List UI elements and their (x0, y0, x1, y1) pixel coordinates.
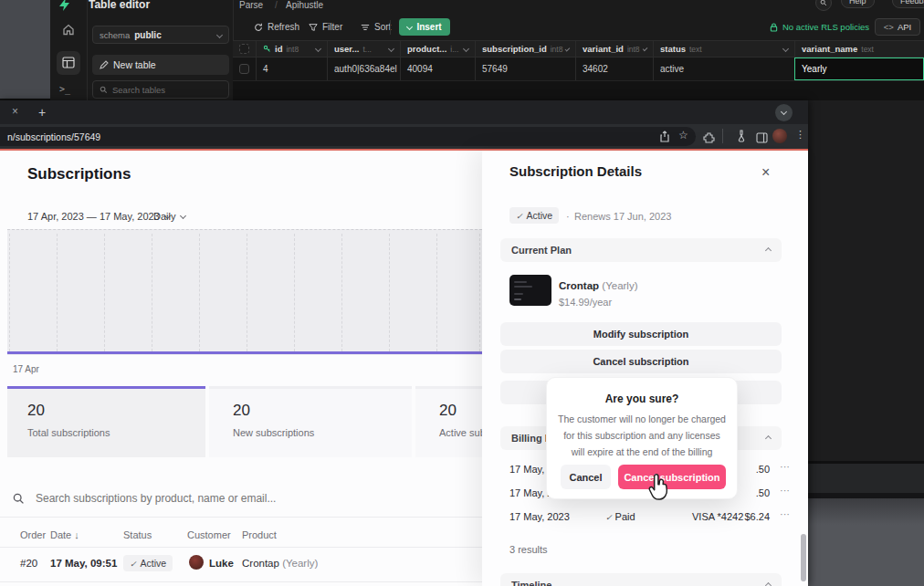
grid-data-row[interactable]: 4 auth0|636a84el 40094 57649 34602 activ… (233, 58, 924, 81)
column-header-product[interactable]: product... i... (400, 41, 475, 57)
extensions-icon[interactable] (703, 131, 715, 147)
subscription-details-panel: Subscription Details × Active · Renews 1… (482, 151, 808, 586)
column-header-subscription-id[interactable]: subscription_id int8 (475, 41, 575, 57)
new-table-label: New table (113, 59, 156, 70)
renews-label: Renews 17 Jun, 2023 (574, 211, 671, 222)
breadcrumb-name[interactable]: Apihustle (286, 0, 323, 10)
column-header-variant-id[interactable]: variant_id int8 (575, 41, 653, 57)
chart-gridline (479, 234, 480, 351)
billing-amount: .50 (756, 464, 770, 475)
supabase-logo-icon (58, 0, 72, 16)
stat-card-new[interactable]: 20 New subscriptions (209, 386, 412, 457)
divider (0, 581, 482, 582)
results-count: 3 results (509, 544, 548, 555)
row-menu-icon[interactable]: ··· (780, 508, 790, 519)
plan-thumbnail (509, 275, 551, 306)
dialog-confirm-button[interactable]: Cancel subscription (618, 465, 726, 489)
section-label: Timeline (511, 580, 551, 586)
cell-id[interactable]: 4 (256, 58, 327, 80)
stat-value: 20 (27, 402, 205, 420)
feedback-button[interactable]: Feedback (892, 0, 924, 8)
current-plan-section[interactable]: Current Plan (500, 238, 782, 262)
new-tab-button[interactable]: + (34, 104, 50, 120)
row-menu-icon[interactable]: ··· (780, 485, 790, 496)
col-date[interactable]: Date ↓ (50, 529, 79, 540)
granularity-select[interactable]: Daily (153, 211, 185, 222)
chart-series-line (7, 351, 482, 354)
help-button[interactable]: Help (841, 0, 875, 8)
col-product[interactable]: Product (242, 529, 277, 540)
sort-button[interactable]: Sort (361, 22, 391, 32)
chart-gridline (436, 234, 437, 351)
divider (722, 129, 723, 143)
timeline-section[interactable]: Timeline (500, 573, 782, 586)
background-surface (808, 498, 924, 586)
sql-editor-icon[interactable]: >_ (59, 84, 70, 94)
column-header-id[interactable]: id int8 (256, 41, 327, 57)
home-icon[interactable] (62, 24, 75, 38)
filter-icon (309, 23, 318, 32)
flask-icon[interactable] (736, 130, 747, 146)
date-range-picker[interactable]: 17 Apr, 2023 — 17 May, 2023 (27, 211, 170, 222)
api-label: API (898, 22, 911, 32)
divider (0, 517, 482, 518)
search-icon[interactable] (815, 0, 832, 11)
sort-icon (361, 23, 370, 32)
browser-menu-icon[interactable]: ⋮ (795, 129, 805, 141)
checkbox[interactable] (239, 64, 249, 74)
new-table-button[interactable]: New table (92, 55, 229, 75)
chevron-down-icon (642, 47, 647, 52)
rls-policies-button[interactable]: No active RLS policies (770, 22, 869, 32)
subscriptions-search[interactable] (13, 491, 417, 506)
order-row[interactable]: #20 17 May, 09:51 Active Luke Crontap (Y… (0, 550, 482, 581)
share-icon[interactable] (659, 131, 670, 144)
tab-search-chevron[interactable] (775, 104, 793, 121)
tab-close-icon[interactable]: × (12, 105, 18, 118)
divider (87, 0, 88, 100)
sort-label: Sort (374, 22, 391, 32)
chevron-down-icon (388, 46, 394, 52)
dialog-cancel-button[interactable]: Cancel (561, 465, 611, 489)
schema-select[interactable]: schema public (92, 26, 229, 44)
cell-status[interactable]: active (653, 58, 794, 80)
chart-gridline (9, 234, 10, 351)
cell-subscription-id[interactable]: 57649 (475, 58, 575, 80)
search-tables-input[interactable]: Search tables (92, 80, 229, 99)
col-status[interactable]: Status (123, 529, 152, 540)
scrollbar-thumb[interactable] (801, 534, 806, 581)
table-editor-nav[interactable] (57, 51, 80, 75)
modify-subscription-button[interactable]: Modify subscription (500, 322, 782, 346)
filter-button[interactable]: Filter (309, 22, 342, 32)
cell-variant-id[interactable]: 34602 (575, 58, 653, 80)
col-order[interactable]: Order (20, 529, 46, 540)
cell-product[interactable]: 40094 (400, 58, 475, 80)
row-menu-icon[interactable]: ··· (780, 461, 790, 472)
side-panel-icon[interactable] (756, 131, 768, 147)
section-label: Current Plan (511, 245, 572, 256)
col-customer[interactable]: Customer (187, 529, 231, 540)
close-icon[interactable]: × (761, 164, 770, 181)
column-header-variant-name[interactable]: variant_name text (794, 41, 924, 57)
breadcrumb-project[interactable]: Parse (239, 0, 263, 10)
column-header-status[interactable]: status text (653, 41, 794, 57)
api-button[interactable]: <> API (875, 18, 920, 36)
url-bar[interactable]: n/subscriptions/57649 ☆ (0, 127, 696, 146)
refresh-button[interactable]: Refresh (254, 22, 299, 32)
column-header-user[interactable]: user... t... (327, 41, 400, 57)
chart-gridline (294, 234, 295, 351)
billing-row[interactable]: 17 May, 2023 Paid VISA *4242 $6.24 ··· (509, 511, 790, 531)
cell-user[interactable]: auth0|636a84el (327, 58, 400, 80)
cancel-subscription-button[interactable]: Cancel subscription (500, 350, 782, 373)
insert-button[interactable]: Insert (399, 18, 450, 36)
stat-card-total[interactable]: 20 Total subscriptions (7, 386, 205, 457)
cell-variant-name-selected[interactable]: Yearly (794, 58, 924, 80)
profile-avatar[interactable] (772, 129, 787, 143)
chevron-down-icon (782, 46, 789, 52)
select-all-cell[interactable] (233, 41, 256, 57)
bookmark-star-icon[interactable]: ☆ (678, 129, 688, 141)
checkbox[interactable] (239, 44, 249, 54)
billing-amount: .50 (756, 487, 770, 498)
stat-label: Total subscriptions (27, 427, 205, 438)
search-input[interactable] (34, 491, 417, 506)
row-select-cell[interactable] (233, 58, 256, 80)
